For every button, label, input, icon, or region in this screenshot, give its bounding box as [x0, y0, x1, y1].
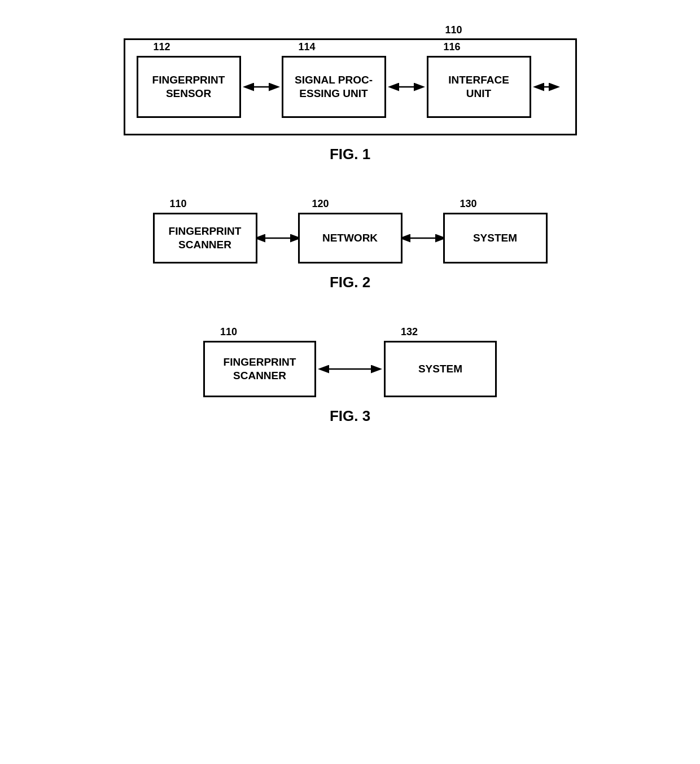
fig1-arrow-1	[241, 80, 282, 94]
fig2-network-label: NETWORK	[322, 231, 378, 245]
fig1-sensor-ref: 112	[154, 41, 170, 53]
fig2-system-label: SYSTEM	[473, 231, 517, 245]
fig2-fingerprint-scanner-block: FINGERPRINT SCANNER	[153, 213, 257, 264]
fig3-system-label: SYSTEM	[418, 362, 462, 376]
fingerprint-sensor-block: FINGERPRINT SENSOR	[137, 56, 241, 118]
interface-unit-label: INTERFACE UNIT	[448, 73, 509, 100]
fig1-signal-ref: 114	[299, 41, 316, 53]
interface-unit-block: INTERFACE UNIT	[427, 56, 531, 118]
fig2-network-ref: 120	[312, 198, 329, 210]
fig2-arrow-1	[257, 231, 298, 245]
fig3-scanner-label: FINGERPRINT SCANNER	[224, 355, 296, 383]
fig2-arrow-2	[403, 231, 443, 245]
fig1-arrow-out	[531, 80, 559, 94]
fig1-outer-ref: 110	[445, 24, 462, 36]
fig2-system-ref: 130	[460, 198, 477, 210]
fig2-scanner-ref: 110	[170, 198, 187, 210]
fig2-diagram: 110 FINGERPRINT SCANNER 120	[153, 213, 548, 264]
figure-2: 110 FINGERPRINT SCANNER 120	[34, 197, 666, 291]
fig1-caption: FIG. 1	[330, 146, 370, 163]
fig3-diagram: 110 FINGERPRINT SCANNER 132	[203, 341, 497, 397]
fig1-outer-box: 110 112 FINGERPRINT SENSOR	[124, 38, 577, 135]
fig3-fingerprint-scanner-block: FINGERPRINT SCANNER	[203, 341, 316, 397]
figure-1: 110 112 FINGERPRINT SENSOR	[34, 23, 666, 163]
figure-3: 110 FINGERPRINT SCANNER 132	[34, 325, 666, 425]
fig2-system-block: SYSTEM	[443, 213, 548, 264]
signal-processing-block: SIGNAL PROC- ESSING UNIT	[282, 56, 386, 118]
fig2-scanner-label: FINGERPRINT SCANNER	[169, 225, 242, 252]
fig3-scanner-ref: 110	[220, 326, 237, 338]
fig3-arrow-1	[316, 362, 384, 376]
fig3-system-block: SYSTEM	[384, 341, 497, 397]
fig3-caption: FIG. 3	[330, 407, 370, 425]
fig2-caption: FIG. 2	[330, 274, 370, 291]
fig1-interface-ref: 116	[444, 41, 461, 53]
fig1-arrow-2	[386, 80, 427, 94]
fig2-network-block: NETWORK	[298, 213, 403, 264]
signal-processing-label: SIGNAL PROC- ESSING UNIT	[295, 73, 373, 100]
fig3-system-ref: 132	[401, 326, 418, 338]
fingerprint-sensor-label: FINGERPRINT SENSOR	[152, 73, 225, 100]
